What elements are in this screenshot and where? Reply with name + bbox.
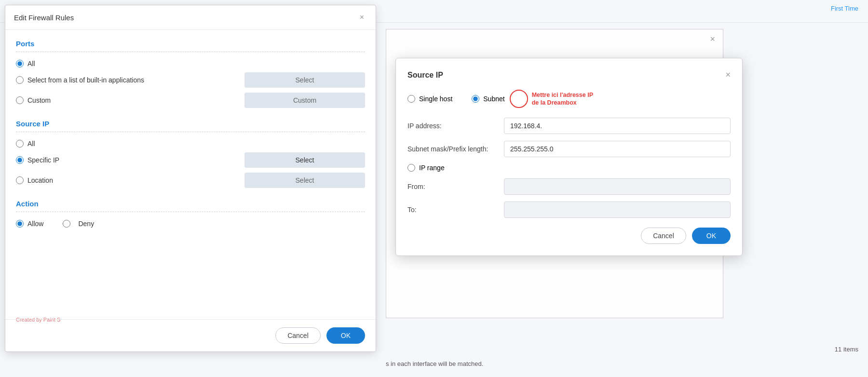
src-location-radio[interactable] <box>16 176 24 184</box>
to-row: To: <box>407 202 731 218</box>
subnet-option: Subnet Mettre ici l'adresse IP de la Dre… <box>472 90 599 108</box>
firewall-dialog-header: Edit Firewall Rules × <box>5 5 376 30</box>
single-host-label: Single host <box>419 95 452 103</box>
overlay-close-button[interactable]: × <box>710 34 715 44</box>
subnet-label: Subnet <box>483 95 504 103</box>
source-ip-options: Single host Subnet Mettre ici l'adresse … <box>407 90 731 108</box>
src-all-radio[interactable] <box>16 140 24 148</box>
src-location-row: Location Select <box>16 173 365 188</box>
firewall-cancel-button[interactable]: Cancel <box>275 327 321 344</box>
src-specific-label: Specific IP <box>27 156 59 164</box>
source-ip-title: Source IP <box>407 71 443 80</box>
ports-custom-radio[interactable] <box>16 96 24 104</box>
firewall-close-button[interactable]: × <box>357 12 367 23</box>
ip-range-row: IP range <box>407 164 731 172</box>
source-ip-cancel-button[interactable]: Cancel <box>641 228 686 244</box>
ports-custom-label: Custom <box>27 96 51 104</box>
ports-all-label: All <box>27 60 35 67</box>
ports-all-row: All <box>16 60 365 67</box>
src-location-select-button[interactable]: Select <box>244 173 365 188</box>
ports-app-radio[interactable] <box>16 76 24 84</box>
footer-note: s in each interface will be matched. <box>386 360 483 367</box>
firewall-dialog-body: Ports All Select from a list of built-in… <box>5 30 376 249</box>
to-input[interactable] <box>504 202 731 218</box>
ports-app-label: Select from a list of built-in applicati… <box>27 76 144 84</box>
act-deny-label: Deny <box>78 220 94 228</box>
subnet-mask-row: Subnet mask/Prefix length: <box>407 141 731 157</box>
ip-range-option: IP range <box>407 164 504 172</box>
subnet-radio[interactable] <box>472 95 479 103</box>
subnet-mask-input[interactable] <box>504 141 731 157</box>
source-ip-section: Source IP All Specific IP Select Locatio… <box>16 120 365 188</box>
act-allow-label: Allow <box>27 220 43 228</box>
src-all-label: All <box>27 140 35 148</box>
single-host-radio[interactable] <box>407 95 415 103</box>
annotation-wrapper: Mettre ici l'adresse IP de la Dreambox <box>509 90 599 108</box>
action-divider <box>16 212 365 212</box>
src-specific-select-button[interactable]: Select <box>244 152 365 168</box>
ports-app-row: Select from a list of built-in applicati… <box>16 72 365 88</box>
from-row: From: <box>407 178 731 195</box>
source-ip-divider <box>16 132 365 132</box>
to-label: To: <box>407 206 504 214</box>
ip-range-label: IP range <box>419 164 445 172</box>
ports-divider <box>16 52 365 52</box>
ip-address-row: IP address: <box>407 118 731 134</box>
annotation-circle <box>510 90 528 108</box>
firewall-dialog-title: Edit Firewall Rules <box>14 13 74 22</box>
source-ip-ok-button[interactable]: OK <box>692 228 731 244</box>
ip-range-radio[interactable] <box>407 164 415 172</box>
ports-app-select-button[interactable]: Select <box>244 72 365 88</box>
action-row: Allow Deny <box>16 220 365 228</box>
ip-address-input[interactable] <box>504 118 731 134</box>
src-location-label: Location <box>27 176 53 184</box>
from-input[interactable] <box>504 178 731 195</box>
act-allow-radio[interactable] <box>16 220 24 228</box>
items-count: 11 items <box>835 346 858 353</box>
ports-section-title: Ports <box>16 40 365 48</box>
single-host-option: Single host <box>407 95 452 103</box>
src-all-row: All <box>16 140 365 148</box>
subnet-mask-label: Subnet mask/Prefix length: <box>407 145 504 153</box>
source-ip-close-button[interactable]: × <box>725 70 731 80</box>
source-ip-footer: Cancel OK <box>407 228 731 244</box>
first-time-link[interactable]: First Time <box>831 5 858 12</box>
source-ip-section-title: Source IP <box>16 120 365 128</box>
action-section: Action Allow Deny <box>16 200 365 228</box>
ports-custom-row: Custom Custom <box>16 93 365 108</box>
ip-address-label: IP address: <box>407 122 504 130</box>
firewall-dialog-footer: Cancel OK <box>5 319 376 351</box>
firewall-dialog: Edit Firewall Rules × Ports All Select f… <box>5 5 376 352</box>
act-deny-radio[interactable] <box>63 220 70 228</box>
source-ip-header: Source IP × <box>407 70 731 80</box>
src-specific-row: Specific IP Select <box>16 152 365 168</box>
source-ip-dialog: Source IP × Single host Subnet Mettre ic… <box>395 58 743 256</box>
src-specific-radio[interactable] <box>16 156 24 164</box>
firewall-ok-button[interactable]: OK <box>326 327 365 344</box>
ports-custom-button[interactable]: Custom <box>244 93 365 108</box>
action-section-title: Action <box>16 200 365 208</box>
annotation-text: Mettre ici l'adresse IP de la Dreambox <box>532 91 599 107</box>
ports-all-radio[interactable] <box>16 60 24 67</box>
from-label: From: <box>407 183 504 190</box>
ports-section: Ports All Select from a list of built-in… <box>16 40 365 108</box>
